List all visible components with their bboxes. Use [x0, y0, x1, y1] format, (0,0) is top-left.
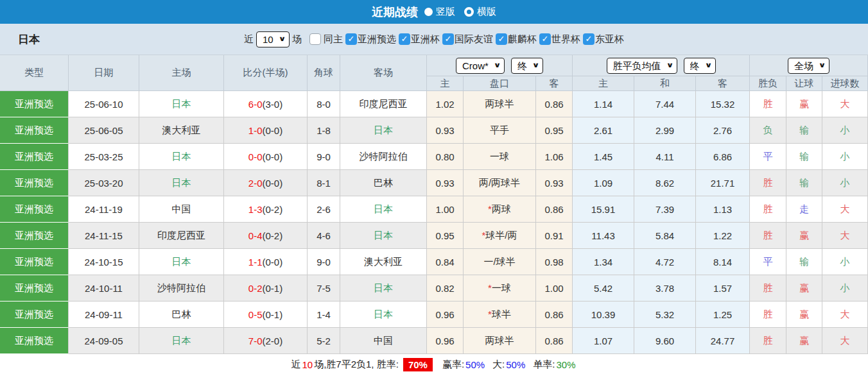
cell-odds-lose: 21.71: [696, 170, 750, 196]
cell-result-handicap: 赢: [786, 91, 822, 117]
cell-corners: 9-0: [308, 249, 340, 275]
handicap-text: 一球: [492, 282, 511, 293]
competition-label[interactable]: 国际友谊: [455, 33, 493, 46]
cell-score: 6-0(3-0): [224, 91, 308, 117]
cell-home-team: 中国: [139, 196, 224, 223]
cell-competition: 亚洲预选: [0, 223, 69, 249]
cell-handicap-home-odds: 0.93: [427, 117, 464, 144]
cell-away-team: 印度尼西亚: [340, 91, 427, 117]
bookmaker-select-wrap: Crow* ∨: [456, 58, 505, 74]
col-header-away: 客场: [340, 55, 427, 91]
competition-filter-asian-qualifiers[interactable]: ✓ 亚洲预选: [345, 33, 396, 46]
handicap-time-select[interactable]: 终: [511, 58, 543, 74]
cell-competition: 亚洲预选: [0, 275, 69, 302]
match-results-table: 类型 日期 主场 比分(半场) 角球 客场 Crow* ∨: [0, 55, 868, 354]
competition-filter-world-cup[interactable]: ✓ 世界杯: [539, 33, 580, 46]
cell-result-wdl: 平: [750, 144, 786, 170]
checkbox-checked-icon[interactable]: ✓: [539, 33, 551, 45]
cell-result-goals: 大: [822, 302, 868, 328]
scope-select[interactable]: 全场: [788, 58, 829, 74]
same-home-checkbox[interactable]: [309, 33, 321, 45]
competition-label[interactable]: 亚洲预选: [358, 33, 396, 46]
cell-odds-win: 2.61: [573, 117, 634, 144]
cell-score: 0-4(0-2): [224, 223, 308, 249]
bookmaker-select[interactable]: Crow*: [456, 58, 505, 74]
radio-selected-icon[interactable]: [424, 8, 433, 16]
competition-filter-east-asian-cup[interactable]: ✓ 东亚杯: [583, 33, 624, 46]
cell-handicap-line: 两球半: [464, 328, 536, 354]
recent-label: 近: [244, 33, 254, 46]
fulltime-score: 0-5: [248, 309, 263, 320]
cell-score: 2-0(0-0): [224, 170, 308, 196]
checkbox-checked-icon[interactable]: ✓: [442, 33, 454, 45]
competition-label[interactable]: 东亚杯: [595, 33, 624, 46]
cell-result-wdl: 胜: [750, 302, 786, 328]
cell-away-team: 日本: [340, 196, 427, 223]
cell-handicap-away-odds: 0.98: [536, 249, 573, 275]
cell-date: 24-09-05: [69, 328, 139, 354]
cell-odds-draw: 9.60: [634, 328, 696, 354]
cell-home-team: 日本: [139, 328, 224, 354]
subheader-odds-lose: 客: [696, 76, 750, 91]
fulltime-score: 0-4: [248, 230, 263, 241]
subheader-handicap-line: 盘口: [464, 76, 536, 91]
checkbox-checked-icon[interactable]: ✓: [345, 33, 357, 45]
competition-label[interactable]: 亚洲杯: [411, 33, 440, 46]
cell-home-team: 沙特阿拉伯: [139, 275, 224, 302]
handicap-text: 两/两球半: [479, 177, 520, 188]
filter-controls: 近 10 ∨ 场 同主 ✓ 亚洲预选 ✓ 亚洲杯 ✓ 国际友谊: [244, 31, 624, 47]
cell-score: 0-2(0-1): [224, 275, 308, 302]
recent-count-select[interactable]: 10: [256, 31, 290, 47]
competition-label[interactable]: 世界杯: [551, 33, 580, 46]
page-title: 近期战绩: [372, 4, 418, 20]
win-rate-badge: 70%: [403, 358, 433, 371]
cell-odds-lose: 2.76: [696, 117, 750, 144]
cell-home-team: 澳大利亚: [139, 117, 224, 144]
cell-handicap-line: 一球: [464, 144, 536, 170]
halftime-score: (3-0): [263, 99, 283, 110]
radio-horizontal-layout[interactable]: 横版: [464, 6, 496, 18]
radio-horizontal-label[interactable]: 横版: [477, 6, 496, 18]
radio-unselected-icon[interactable]: [464, 7, 474, 17]
cell-odds-win: 15.91: [573, 196, 634, 223]
odds-time-select[interactable]: 终: [684, 58, 716, 74]
cell-score: 1-3(0-2): [224, 196, 308, 223]
cell-odds-win: 1.14: [573, 91, 634, 117]
cell-odds-lose: 1.13: [696, 196, 750, 223]
cell-odds-draw: 7.44: [634, 91, 696, 117]
competition-filter-kirin-cup[interactable]: ✓ 麒麟杯: [496, 33, 537, 46]
competition-filter-friendly[interactable]: ✓ 国际友谊: [442, 33, 493, 46]
match-row: 亚洲预选 24-09-11 巴林 0-5(0-1) 1-4 日本 0.96 *球…: [0, 302, 868, 328]
cell-result-handicap: 赢: [786, 275, 822, 302]
cell-handicap-line: *球半: [464, 302, 536, 328]
radio-vertical-layout[interactable]: 竖版: [424, 6, 455, 18]
checkbox-checked-icon[interactable]: ✓: [496, 33, 507, 45]
cell-result-wdl: 负: [750, 117, 786, 144]
cell-odds-draw: 7.39: [634, 196, 696, 223]
competition-label[interactable]: 麒麟杯: [508, 33, 537, 46]
layout-radio-group: 竖版 横版: [424, 6, 496, 18]
handicap-win-rate-label: 赢率:: [442, 359, 464, 371]
cell-competition: 亚洲预选: [0, 91, 69, 117]
match-row: 亚洲预选 25-06-10 日本 6-0(3-0) 8-0 印度尼西亚 1.02…: [0, 91, 868, 117]
checkbox-checked-icon[interactable]: ✓: [399, 33, 410, 45]
match-row: 亚洲预选 24-11-15 印度尼西亚 0-4(0-2) 4-6 日本 0.95…: [0, 223, 868, 249]
halftime-score: (0-0): [263, 257, 283, 268]
single-rate-value: 30%: [556, 359, 575, 370]
match-row: 亚洲预选 24-10-11 沙特阿拉伯 0-2(0-1) 7-5 日本 0.82…: [0, 275, 868, 302]
cell-odds-win: 1.34: [573, 249, 634, 275]
cell-handicap-line: 一/球半: [464, 249, 536, 275]
odds-type-select[interactable]: 胜平负均值: [607, 58, 677, 74]
cell-result-handicap: 走: [786, 196, 822, 223]
cell-odds-win: 1.09: [573, 170, 634, 196]
cell-handicap-home-odds: 0.80: [427, 144, 464, 170]
cell-odds-lose: 1.25: [696, 302, 750, 328]
checkbox-checked-icon[interactable]: ✓: [583, 33, 595, 45]
fulltime-score: 1-1: [248, 257, 263, 268]
cell-score: 1-0(0-0): [224, 117, 308, 144]
cell-result-handicap: 赢: [786, 302, 822, 328]
cell-handicap-home-odds: 0.95: [427, 223, 464, 249]
competition-filter-asian-cup[interactable]: ✓ 亚洲杯: [399, 33, 440, 46]
cell-corners: 1-8: [308, 117, 340, 144]
radio-vertical-label[interactable]: 竖版: [436, 6, 455, 18]
